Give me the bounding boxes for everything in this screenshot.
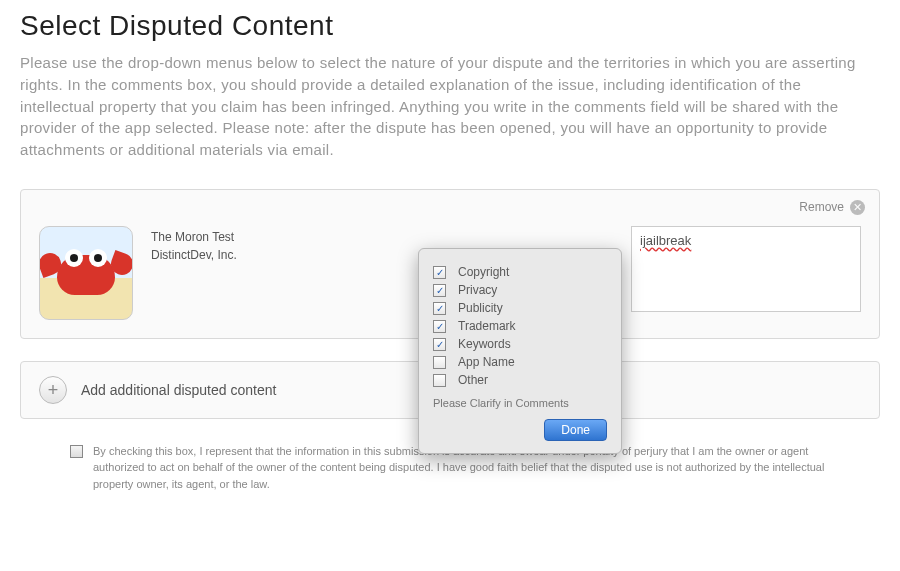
- nature-option[interactable]: ✓Publicity: [433, 301, 607, 315]
- clarify-text: Please Clarify in Comments: [433, 397, 607, 409]
- nature-option-label: Other: [458, 373, 488, 387]
- nature-option-label: Trademark: [458, 319, 516, 333]
- add-content-label: Add additional disputed content: [81, 382, 276, 398]
- nature-option[interactable]: ✓Privacy: [433, 283, 607, 297]
- nature-option[interactable]: Other: [433, 373, 607, 387]
- affirmation-checkbox[interactable]: [70, 445, 83, 458]
- checkbox-icon[interactable]: ✓: [433, 320, 446, 333]
- done-button[interactable]: Done: [544, 419, 607, 441]
- remove-label: Remove: [799, 200, 844, 214]
- checkbox-icon[interactable]: ✓: [433, 302, 446, 315]
- checkbox-icon[interactable]: [433, 374, 446, 387]
- nature-option-label: Privacy: [458, 283, 497, 297]
- nature-option[interactable]: ✓Keywords: [433, 337, 607, 351]
- close-icon: ✕: [850, 200, 865, 215]
- checkbox-icon[interactable]: [433, 356, 446, 369]
- app-developer: DistinctDev, Inc.: [151, 246, 321, 264]
- nature-option[interactable]: ✓Trademark: [433, 319, 607, 333]
- intro-text: Please use the drop-down menus below to …: [20, 52, 880, 161]
- nature-option-label: Keywords: [458, 337, 511, 351]
- checkbox-icon[interactable]: ✓: [433, 338, 446, 351]
- app-meta: The Moron Test DistinctDev, Inc.: [151, 226, 321, 264]
- checkbox-icon[interactable]: ✓: [433, 266, 446, 279]
- app-icon: [39, 226, 133, 320]
- nature-option-label: App Name: [458, 355, 515, 369]
- nature-option-label: Publicity: [458, 301, 503, 315]
- comments-input[interactable]: ijailbreak: [631, 226, 861, 312]
- page-title: Select Disputed Content: [20, 10, 880, 42]
- nature-option-label: Copyright: [458, 265, 509, 279]
- comments-value: ijailbreak: [640, 233, 691, 248]
- checkbox-icon[interactable]: ✓: [433, 284, 446, 297]
- nature-option[interactable]: ✓Copyright: [433, 265, 607, 279]
- nature-popover: ✓Copyright✓Privacy✓Publicity✓Trademark✓K…: [418, 248, 622, 454]
- plus-icon[interactable]: +: [39, 376, 67, 404]
- remove-button[interactable]: Remove ✕: [799, 200, 865, 215]
- app-name: The Moron Test: [151, 228, 321, 246]
- nature-option[interactable]: App Name: [433, 355, 607, 369]
